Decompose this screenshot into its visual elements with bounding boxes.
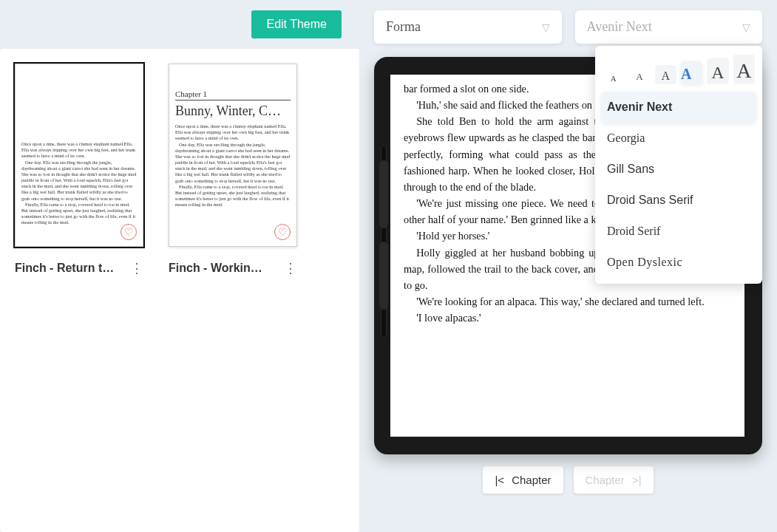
font-option[interactable]: Georgia	[601, 123, 756, 154]
font-option[interactable]: Droid Serif	[601, 216, 756, 247]
next-chapter-label: Chapter	[586, 474, 625, 486]
device-select-value: Forma	[386, 19, 421, 35]
chapter-pager: |< Chapter Chapter >|	[359, 466, 777, 494]
font-size-row: AAAAAA	[601, 52, 756, 92]
font-size-option[interactable]: A	[628, 66, 650, 84]
font-size-option[interactable]: A	[681, 61, 702, 84]
font-option[interactable]: Droid Sans Serif	[601, 185, 756, 216]
theme-thumbnail[interactable]: Chapter 1 Bunny, Winter, C… Once upon a …	[169, 64, 297, 275]
font-option[interactable]: Open Dyslexic	[601, 247, 756, 278]
theme-thumbnails: Once upon a time, there was a clumsy ele…	[0, 49, 359, 532]
theme-name: Finch - Workin…	[169, 262, 262, 275]
arrow-end-icon: >|	[632, 474, 642, 486]
chevron-down-icon: ▽	[542, 21, 550, 33]
theme-preview[interactable]: Once upon a time, there was a clumsy ele…	[15, 64, 143, 247]
font-dropdown[interactable]: AAAAAA Avenir NextGeorgiaGill SansDroid …	[595, 46, 762, 284]
theme-preview-title: Bunny, Winter, C…	[175, 103, 291, 119]
theme-preview[interactable]: Chapter 1 Bunny, Winter, C… Once upon a …	[169, 64, 297, 247]
font-size-option[interactable]: A	[733, 55, 755, 84]
themes-panel: Edit Theme Once upon a time, there was a…	[0, 0, 359, 532]
kebab-icon[interactable]: ⋮	[130, 262, 143, 275]
page-down-button[interactable]	[379, 242, 388, 310]
theme-preview-text: Once upon a time, there was a clumsy ele…	[175, 123, 291, 208]
arrow-start-icon: |<	[495, 474, 504, 486]
device-select[interactable]: Forma ▽	[374, 10, 562, 44]
prev-chapter-button[interactable]: |< Chapter	[483, 466, 563, 494]
theme-preview-chapter: Chapter 1	[175, 89, 291, 100]
preview-panel: Forma ▽ Avenir Next ▽ AAAAAA Avenir Next…	[359, 0, 777, 532]
font-option[interactable]: Gill Sans	[601, 154, 756, 185]
theme-name: Finch - Return t…	[15, 262, 114, 275]
prev-chapter-label: Chapter	[512, 474, 551, 486]
edit-theme-button[interactable]: Edit Theme	[251, 10, 342, 38]
theme-thumbnail[interactable]: Once upon a time, there was a clumsy ele…	[15, 64, 143, 275]
font-option-list: Avenir NextGeorgiaGill SansDroid Sans Se…	[601, 92, 756, 278]
heart-icon: ♡	[121, 224, 137, 240]
font-size-option[interactable]: A	[655, 65, 676, 84]
font-size-option[interactable]: A	[707, 58, 728, 84]
page-up-button[interactable]	[379, 160, 388, 228]
kebab-icon[interactable]: ⋮	[284, 262, 297, 275]
theme-preview-text: Once upon a time, there was a clumsy ele…	[21, 141, 137, 225]
font-size-option[interactable]: A	[603, 69, 624, 84]
font-select-value: Avenir Next	[587, 19, 652, 35]
font-select[interactable]: Avenir Next ▽	[575, 10, 763, 44]
next-chapter-button[interactable]: Chapter >|	[574, 466, 654, 494]
heart-icon: ♡	[274, 224, 291, 240]
chevron-down-icon: ▽	[742, 21, 750, 33]
font-option[interactable]: Avenir Next	[601, 92, 756, 123]
